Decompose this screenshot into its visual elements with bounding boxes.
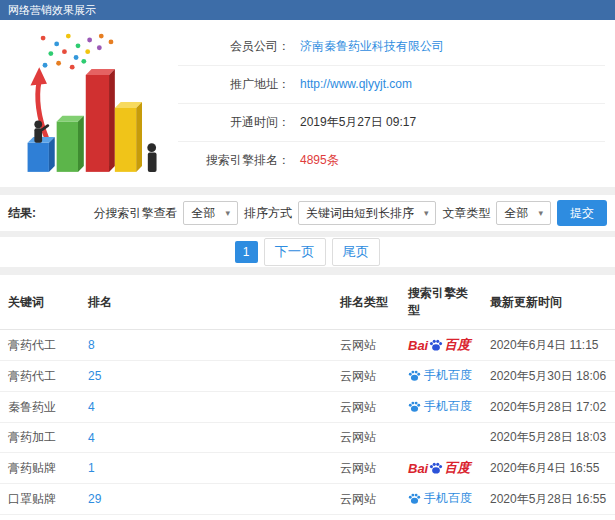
updated-time-text: 2020年5月28日 17:02 (490, 400, 606, 414)
chevron-down-icon: ▾ (424, 208, 429, 218)
rank-type-text: 云网站 (340, 400, 376, 414)
mobile-baidu-label: 手机百度 (408, 490, 472, 507)
rank-link[interactable]: 1 (88, 461, 95, 475)
header-rank: 排名 (80, 275, 332, 330)
page-titlebar: 网络营销效果展示 (0, 0, 615, 20)
promo-url-link[interactable]: http://www.qlyyjt.com (300, 77, 412, 91)
baidu-paw-icon (429, 461, 443, 475)
pagination-bar: 1 下一页 尾页 (0, 237, 615, 267)
mobile-baidu-label: 手机百度 (408, 398, 472, 415)
rank-type-text: 云网站 (340, 338, 376, 352)
marketing-chart-illustration (14, 29, 174, 179)
engine-rank-label: 搜索引擎排名： (178, 152, 290, 169)
baidu-logo-latin: Bai (408, 461, 428, 476)
header-rank-type: 排名类型 (332, 275, 400, 330)
search-engine-cell: 手机百度 (400, 515, 482, 520)
ranking-table-panel: 关键词 排名 排名类型 搜索引擎类型 最新更新时间 膏药代工 8 云网站 Bai… (0, 275, 615, 520)
sort-filter-value: 关键词由短到长排序 (306, 205, 414, 222)
ranking-table: 关键词 排名 排名类型 搜索引擎类型 最新更新时间 膏药代工 8 云网站 Bai… (0, 275, 615, 520)
result-label: 结果: (8, 205, 36, 222)
rank-type-text: 云网站 (340, 430, 376, 444)
header-keyword: 关键词 (0, 275, 80, 330)
baidu-logo: Bai 百度 (408, 336, 470, 354)
open-time-row: 开通时间： 2019年5月27日 09:17 (178, 104, 605, 142)
mobile-baidu-paw-icon (408, 400, 421, 413)
next-page-button[interactable]: 下一页 (264, 238, 326, 266)
updated-time-text: 2020年5月30日 18:06 (490, 369, 606, 383)
engine-filter-label: 分搜索引擎查看 (93, 205, 177, 222)
engine-filter-select[interactable]: 全部 ▾ (183, 201, 238, 225)
table-row: 膏药加工 4 云网站 2020年5月28日 (0, 423, 615, 453)
member-info: 会员公司： 济南秦鲁药业科技有限公司 推广地址： http://www.qlyy… (178, 26, 605, 181)
page-number-current[interactable]: 1 (235, 241, 258, 263)
updated-time-text: 2020年5月28日 18:03 (490, 430, 606, 444)
sort-filter-select[interactable]: 关键词由短到长排序 ▾ (298, 201, 437, 225)
chevron-down-icon: ▾ (538, 208, 543, 218)
last-page-button[interactable]: 尾页 (332, 238, 381, 266)
baidu-logo-cn: 百度 (444, 459, 470, 477)
rank-link[interactable]: 4 (88, 431, 95, 445)
rank-link[interactable]: 29 (88, 492, 101, 506)
mobile-baidu-paw-icon (408, 369, 421, 382)
search-engine-cell: Bai 百度 (400, 453, 482, 484)
engine-filter-value: 全部 (191, 205, 215, 222)
member-panel: 会员公司： 济南秦鲁药业科技有限公司 推广地址： http://www.qlyy… (0, 20, 615, 187)
keyword-text: 口罩贴牌 (8, 492, 56, 506)
member-company-label: 会员公司： (178, 38, 290, 55)
baidu-logo-cn: 百度 (444, 336, 470, 354)
search-engine-cell: Bai 百度 (400, 330, 482, 361)
mobile-baidu-text: 手机百度 (424, 367, 472, 384)
promo-url-label: 推广地址： (178, 76, 290, 93)
table-row: 金华防护服 17,25 云网站 手机百度 2 (0, 515, 615, 520)
rank-link[interactable]: 4 (88, 400, 95, 414)
table-header-row: 关键词 排名 排名类型 搜索引擎类型 最新更新时间 (0, 275, 615, 330)
sort-filter-label: 排序方式 (244, 205, 292, 222)
keyword-text: 膏药代工 (8, 369, 56, 383)
keyword-text: 膏药代工 (8, 338, 56, 352)
rank-link[interactable]: 8 (88, 338, 95, 352)
table-row: 膏药代工 25 云网站 手机百度 2020年 (0, 361, 615, 392)
article-type-select[interactable]: 全部 ▾ (496, 201, 551, 225)
table-row: 膏药代工 8 云网站 Bai 百度 2020年 (0, 330, 615, 361)
baidu-paw-icon (429, 338, 443, 352)
rank-type-text: 云网站 (340, 369, 376, 383)
rank-link[interactable]: 25 (88, 369, 101, 383)
rank-type-text: 云网站 (340, 492, 376, 506)
search-engine-cell: 手机百度 (400, 361, 482, 392)
mobile-baidu-text: 手机百度 (424, 398, 472, 415)
keyword-text: 膏药加工 (8, 430, 56, 444)
mobile-baidu-text: 手机百度 (424, 490, 472, 507)
keyword-text: 膏药贴牌 (8, 461, 56, 475)
mobile-baidu-label: 手机百度 (408, 367, 472, 384)
updated-time-text: 2020年5月28日 16:55 (490, 492, 606, 506)
header-engine-type: 搜索引擎类型 (400, 275, 482, 330)
open-time-label: 开通时间： (178, 114, 290, 131)
keyword-text: 秦鲁药业 (8, 400, 56, 414)
filter-bar: 结果: 分搜索引擎查看 全部 ▾ 排序方式 关键词由短到长排序 ▾ 文章类型 全… (0, 195, 615, 231)
member-company-link[interactable]: 济南秦鲁药业科技有限公司 (300, 38, 444, 55)
promo-url-row: 推广地址： http://www.qlyyjt.com (178, 66, 605, 104)
chart-image-wrap (10, 26, 178, 181)
baidu-logo: Bai 百度 (408, 459, 470, 477)
rank-type-text: 云网站 (340, 461, 376, 475)
header-updated: 最新更新时间 (482, 275, 615, 330)
table-row: 膏药贴牌 1 云网站 Bai 百度 2020年 (0, 453, 615, 484)
submit-button[interactable]: 提交 (557, 200, 607, 226)
engine-rank-count: 4895条 (300, 152, 339, 169)
article-type-label: 文章类型 (442, 205, 490, 222)
table-row: 秦鲁药业 4 云网站 手机百度 2020年5 (0, 392, 615, 423)
open-time-value: 2019年5月27日 09:17 (300, 114, 416, 131)
article-type-value: 全部 (504, 205, 528, 222)
table-body: 膏药代工 8 云网站 Bai 百度 2020年 (0, 330, 615, 520)
page-title: 网络营销效果展示 (8, 4, 96, 16)
chevron-down-icon: ▾ (225, 208, 230, 218)
engine-rank-row: 搜索引擎排名： 4895条 (178, 142, 605, 180)
search-engine-cell: 手机百度 (400, 484, 482, 515)
member-company-row: 会员公司： 济南秦鲁药业科技有限公司 (178, 28, 605, 66)
updated-time-text: 2020年6月4日 16:55 (490, 461, 599, 475)
search-engine-cell (400, 423, 482, 453)
filter-group: 分搜索引擎查看 全部 ▾ 排序方式 关键词由短到长排序 ▾ 文章类型 全部 ▾ … (93, 200, 607, 226)
search-engine-cell: 手机百度 (400, 392, 482, 423)
baidu-logo-latin: Bai (408, 338, 428, 353)
table-row: 口罩贴牌 29 云网站 手机百度 2020年 (0, 484, 615, 515)
